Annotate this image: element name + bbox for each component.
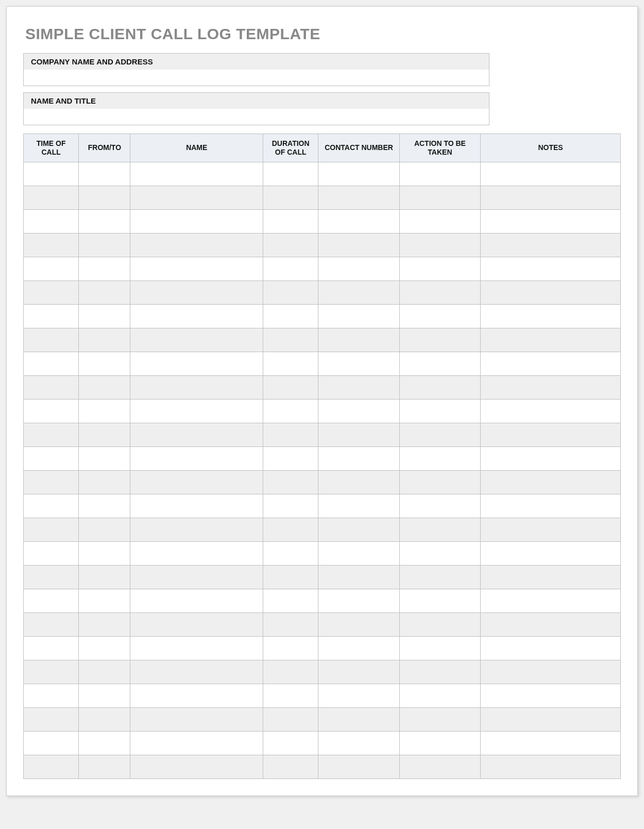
table-cell[interactable] <box>79 399 130 423</box>
table-cell[interactable] <box>130 518 263 541</box>
table-cell[interactable] <box>24 352 79 375</box>
table-cell[interactable] <box>79 518 130 541</box>
table-cell[interactable] <box>318 304 399 328</box>
table-cell[interactable] <box>318 612 399 636</box>
table-cell[interactable] <box>24 684 79 707</box>
table-cell[interactable] <box>24 423 79 446</box>
table-cell[interactable] <box>481 470 621 494</box>
table-cell[interactable] <box>79 162 130 186</box>
table-cell[interactable] <box>481 209 621 233</box>
table-cell[interactable] <box>79 755 130 778</box>
table-cell[interactable] <box>481 684 621 707</box>
table-cell[interactable] <box>130 470 263 494</box>
table-cell[interactable] <box>481 446 621 470</box>
table-cell[interactable] <box>79 304 130 328</box>
table-cell[interactable] <box>263 589 318 612</box>
table-cell[interactable] <box>79 328 130 352</box>
table-cell[interactable] <box>24 446 79 470</box>
table-cell[interactable] <box>130 399 263 423</box>
table-cell[interactable] <box>399 233 480 257</box>
table-cell[interactable] <box>263 541 318 565</box>
table-cell[interactable] <box>399 612 480 636</box>
table-cell[interactable] <box>481 233 621 257</box>
table-cell[interactable] <box>318 352 399 375</box>
table-cell[interactable] <box>481 186 621 209</box>
table-cell[interactable] <box>263 352 318 375</box>
table-cell[interactable] <box>24 470 79 494</box>
table-cell[interactable] <box>130 375 263 399</box>
table-cell[interactable] <box>481 162 621 186</box>
table-cell[interactable] <box>79 707 130 731</box>
table-cell[interactable] <box>24 612 79 636</box>
table-cell[interactable] <box>79 660 130 684</box>
table-cell[interactable] <box>318 518 399 541</box>
table-cell[interactable] <box>24 375 79 399</box>
table-cell[interactable] <box>318 186 399 209</box>
table-cell[interactable] <box>318 162 399 186</box>
table-cell[interactable] <box>318 280 399 304</box>
table-cell[interactable] <box>130 446 263 470</box>
table-cell[interactable] <box>24 280 79 304</box>
table-cell[interactable] <box>130 731 263 755</box>
table-cell[interactable] <box>263 280 318 304</box>
table-cell[interactable] <box>130 589 263 612</box>
table-cell[interactable] <box>481 423 621 446</box>
table-cell[interactable] <box>130 257 263 280</box>
table-cell[interactable] <box>24 636 79 660</box>
table-cell[interactable] <box>481 328 621 352</box>
table-cell[interactable] <box>263 304 318 328</box>
table-cell[interactable] <box>399 541 480 565</box>
table-cell[interactable] <box>263 328 318 352</box>
table-cell[interactable] <box>130 352 263 375</box>
table-cell[interactable] <box>399 257 480 280</box>
table-cell[interactable] <box>79 375 130 399</box>
table-cell[interactable] <box>481 280 621 304</box>
table-cell[interactable] <box>318 446 399 470</box>
table-cell[interactable] <box>79 423 130 446</box>
table-cell[interactable] <box>481 660 621 684</box>
table-cell[interactable] <box>130 280 263 304</box>
table-cell[interactable] <box>79 494 130 518</box>
table-cell[interactable] <box>130 233 263 257</box>
table-cell[interactable] <box>263 186 318 209</box>
table-cell[interactable] <box>130 304 263 328</box>
table-cell[interactable] <box>399 494 480 518</box>
table-cell[interactable] <box>130 565 263 589</box>
table-cell[interactable] <box>130 209 263 233</box>
table-cell[interactable] <box>79 352 130 375</box>
table-cell[interactable] <box>130 494 263 518</box>
table-cell[interactable] <box>263 494 318 518</box>
table-cell[interactable] <box>130 755 263 778</box>
table-cell[interactable] <box>481 612 621 636</box>
table-cell[interactable] <box>399 446 480 470</box>
table-cell[interactable] <box>24 541 79 565</box>
table-cell[interactable] <box>481 731 621 755</box>
table-cell[interactable] <box>399 280 480 304</box>
table-cell[interactable] <box>318 494 399 518</box>
table-cell[interactable] <box>263 518 318 541</box>
table-cell[interactable] <box>399 304 480 328</box>
table-cell[interactable] <box>399 375 480 399</box>
table-cell[interactable] <box>399 660 480 684</box>
table-cell[interactable] <box>24 328 79 352</box>
table-cell[interactable] <box>79 589 130 612</box>
table-cell[interactable] <box>318 707 399 731</box>
table-cell[interactable] <box>399 518 480 541</box>
table-cell[interactable] <box>481 375 621 399</box>
table-cell[interactable] <box>24 494 79 518</box>
table-cell[interactable] <box>79 280 130 304</box>
table-cell[interactable] <box>263 399 318 423</box>
table-cell[interactable] <box>318 328 399 352</box>
table-cell[interactable] <box>399 209 480 233</box>
table-cell[interactable] <box>399 352 480 375</box>
table-cell[interactable] <box>79 186 130 209</box>
table-cell[interactable] <box>79 636 130 660</box>
table-cell[interactable] <box>318 423 399 446</box>
table-cell[interactable] <box>318 209 399 233</box>
table-cell[interactable] <box>481 589 621 612</box>
table-cell[interactable] <box>399 755 480 778</box>
table-cell[interactable] <box>79 541 130 565</box>
table-cell[interactable] <box>399 565 480 589</box>
table-cell[interactable] <box>263 660 318 684</box>
table-cell[interactable] <box>399 707 480 731</box>
